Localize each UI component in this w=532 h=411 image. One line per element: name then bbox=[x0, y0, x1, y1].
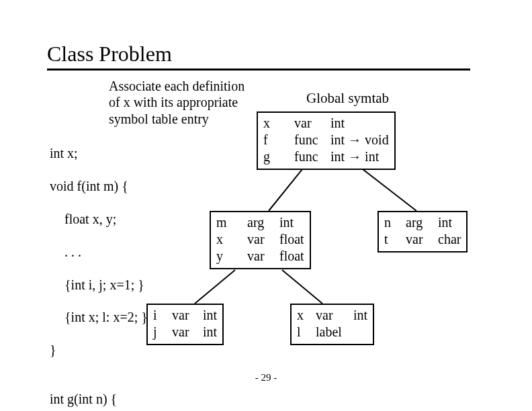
sym-name: l bbox=[297, 324, 316, 340]
page-number: - 29 - bbox=[0, 372, 532, 383]
code-line: {int i, j; x=1; } bbox=[50, 277, 148, 293]
sym-name: n bbox=[384, 214, 406, 231]
title-underline bbox=[47, 68, 470, 71]
xl-symtab-box: x var int l label bbox=[290, 304, 374, 345]
sym-kind: var bbox=[294, 115, 330, 132]
sym-type: float bbox=[279, 248, 304, 265]
table-row: x var int bbox=[263, 115, 389, 132]
sym-type: int bbox=[203, 307, 217, 324]
sym-type bbox=[353, 324, 367, 340]
svg-line-3 bbox=[282, 270, 322, 304]
sym-type: int → void bbox=[330, 132, 389, 148]
table-row: l label bbox=[297, 324, 367, 340]
table-row: n arg int bbox=[384, 214, 461, 231]
svg-line-2 bbox=[195, 270, 235, 304]
global-symtab-box: x var int f func int → void g func int →… bbox=[257, 111, 396, 170]
slide-title: Class Problem bbox=[47, 42, 172, 66]
sym-name: t bbox=[384, 231, 406, 248]
f-symtab-box: m arg int x var float y var float bbox=[210, 211, 311, 269]
table-row: i var int bbox=[153, 307, 217, 324]
instruction-text: Associate each definition of x with its … bbox=[109, 78, 249, 127]
sym-name: x bbox=[263, 115, 294, 132]
code-block: int x; void f(int m) { float x, y; . . .… bbox=[50, 129, 148, 411]
svg-line-0 bbox=[269, 169, 302, 211]
sym-kind: label bbox=[316, 324, 353, 340]
sym-kind: var bbox=[172, 324, 203, 340]
sym-kind: var bbox=[172, 307, 203, 324]
sym-kind: var bbox=[247, 231, 279, 248]
sym-kind: arg bbox=[406, 214, 438, 231]
ij-symtab-box: i var int j var int bbox=[146, 304, 224, 345]
sym-kind: var bbox=[406, 231, 438, 248]
sym-name: i bbox=[153, 307, 172, 324]
sym-kind: var bbox=[316, 307, 353, 324]
code-line: . . . bbox=[50, 244, 148, 260]
g-symtab-box: n arg int t var char bbox=[378, 211, 468, 253]
sym-type: int bbox=[330, 115, 389, 132]
table-row: f func int → void bbox=[263, 132, 389, 148]
code-line: int g(int n) { bbox=[50, 391, 148, 407]
code-line: } bbox=[50, 342, 148, 358]
global-symtab-label: Global symtab bbox=[306, 90, 389, 107]
code-line: int x; bbox=[50, 145, 148, 161]
code-line: void f(int m) { bbox=[50, 178, 148, 194]
sym-name: m bbox=[216, 214, 247, 231]
sym-type: int bbox=[438, 214, 461, 231]
table-row: t var char bbox=[384, 231, 461, 248]
sym-type: int → int bbox=[330, 148, 389, 165]
sym-name: y bbox=[216, 248, 247, 265]
table-row: g func int → int bbox=[263, 148, 389, 165]
sym-type: char bbox=[438, 231, 461, 248]
sym-name: x bbox=[216, 231, 247, 248]
sym-kind: var bbox=[247, 248, 279, 265]
code-line: {int x; l: x=2; } bbox=[50, 309, 148, 325]
sym-name: f bbox=[263, 132, 294, 148]
code-line: float x, y; bbox=[50, 211, 148, 227]
table-row: j var int bbox=[153, 324, 217, 340]
sym-type: int bbox=[279, 214, 304, 231]
table-row: m arg int bbox=[216, 214, 304, 231]
sym-type: float bbox=[279, 231, 304, 248]
sym-name: x bbox=[297, 307, 316, 324]
sym-kind: func bbox=[294, 132, 330, 148]
sym-name: j bbox=[153, 324, 172, 340]
svg-line-1 bbox=[363, 169, 416, 211]
sym-kind: arg bbox=[247, 214, 279, 231]
sym-kind: func bbox=[294, 148, 330, 165]
table-row: x var int bbox=[297, 307, 367, 324]
sym-type: int bbox=[353, 307, 367, 324]
sym-name: g bbox=[263, 148, 294, 165]
table-row: x var float bbox=[216, 231, 304, 248]
table-row: y var float bbox=[216, 248, 304, 265]
sym-type: int bbox=[203, 324, 217, 340]
